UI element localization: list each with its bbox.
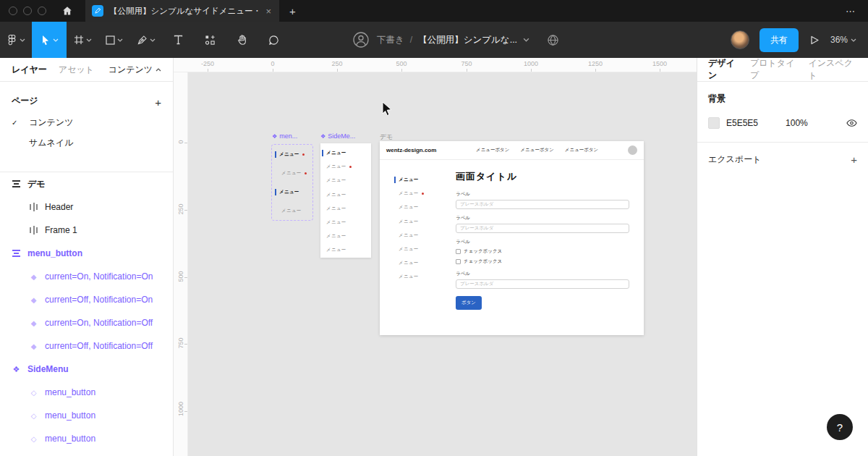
component-set-label[interactable]: ❖ men...: [272, 132, 297, 140]
page-item[interactable]: ✓コンテンツ: [0, 112, 173, 132]
layer-row[interactable]: デモ: [0, 172, 173, 195]
vertical-ruler[interactable]: 02505007501000: [174, 72, 188, 456]
menu-item[interactable]: メニュー: [320, 174, 371, 187]
menu-item[interactable]: メニュー: [275, 206, 302, 216]
resources-tool-button[interactable]: [194, 22, 226, 58]
export-section-title: エクスポート: [708, 153, 761, 166]
help-button[interactable]: ?: [827, 414, 853, 440]
overflow-menu-icon[interactable]: ⋯: [846, 6, 856, 17]
menu-item[interactable]: メニュー: [393, 242, 424, 256]
frame-tool-button[interactable]: [67, 22, 98, 58]
tab-contents[interactable]: コンテンツ: [109, 64, 161, 76]
menu-item[interactable]: メニュー: [320, 188, 371, 202]
frame-rows-icon: [12, 180, 21, 189]
chevron-down-icon[interactable]: [523, 38, 529, 42]
document-tab[interactable]: 【公開用】シンプルなサイドメニュー・コ ×: [85, 0, 279, 22]
menu-item[interactable]: メニュー: [320, 216, 371, 229]
sidemenu-component-label[interactable]: ❖ SideMe...: [320, 132, 355, 140]
share-button[interactable]: 共有: [760, 28, 799, 52]
zoom-level-control[interactable]: 36%: [830, 35, 856, 45]
menu-item[interactable]: メニュー: [393, 270, 424, 284]
ruler-tick: [184, 277, 187, 278]
checkbox-label: チェックボックス: [464, 248, 502, 255]
tab-inspect[interactable]: インスペクト: [809, 57, 858, 82]
tab-close-icon[interactable]: ×: [264, 6, 273, 17]
menu-item[interactable]: メニュー: [275, 169, 307, 178]
properties-panel: デザイン プロトタイプ インスペクト 背景 E5E5E5 100% エクスポート…: [697, 58, 868, 456]
tab-layers[interactable]: レイヤー: [12, 64, 47, 76]
design-canvas[interactable]: -2500250500750100012501500 0250500750100…: [174, 58, 697, 456]
present-play-icon[interactable]: [809, 34, 820, 46]
layer-row[interactable]: menu_button: [0, 242, 173, 265]
ruler-tick-label: -250: [201, 60, 214, 67]
component-set-menu-button[interactable]: メニューメニューメニューメニュー: [271, 144, 313, 221]
layer-row[interactable]: Frame 1: [0, 219, 173, 242]
comment-tool-button[interactable]: [258, 22, 289, 58]
hand-tool-button[interactable]: [226, 22, 258, 58]
layer-row[interactable]: ◆current=On, Notification=On: [0, 265, 173, 288]
menu-item[interactable]: メニュー: [393, 256, 424, 270]
breadcrumb-project[interactable]: 下書き: [377, 34, 404, 46]
menu-item[interactable]: メニュー: [320, 146, 371, 160]
menu-item[interactable]: メニュー: [393, 215, 424, 229]
layer-row[interactable]: ◆current=Off, Notification=On: [0, 288, 173, 311]
tab-prototype[interactable]: プロトタイプ: [750, 57, 799, 82]
layer-row[interactable]: ❖SideMenu: [0, 358, 173, 381]
menu-item[interactable]: メニュー: [393, 187, 424, 200]
text-tool-button[interactable]: [162, 22, 194, 58]
menu-item-label: メニュー: [326, 177, 346, 184]
current-indicator-bar: [275, 189, 276, 195]
menu-item[interactable]: メニュー: [393, 229, 424, 242]
ruler-tick-label: 1500: [652, 60, 667, 67]
new-tab-button[interactable]: +: [289, 5, 296, 17]
breadcrumb[interactable]: 下書き / 【公開用】シンプルな...: [377, 34, 529, 46]
shape-tool-button[interactable]: [98, 22, 130, 58]
color-hex-value[interactable]: E5E5E5: [726, 118, 758, 128]
demo-frame[interactable]: wentz-design.com メニューボタンメニューボタンメニューボタン メ…: [380, 141, 644, 335]
tab-design[interactable]: デザイン: [708, 57, 741, 82]
user-avatar[interactable]: [731, 30, 749, 49]
opacity-value[interactable]: 100%: [786, 118, 808, 128]
sidemenu-component[interactable]: メニューメニューメニューメニューメニューメニューメニューメニュー: [320, 143, 371, 258]
layer-row[interactable]: ◇menu_button: [0, 381, 173, 404]
color-swatch[interactable]: [708, 117, 720, 129]
main-menu-button[interactable]: [0, 22, 32, 58]
move-tool-button[interactable]: [32, 22, 67, 58]
home-icon[interactable]: [56, 6, 78, 16]
tab-assets[interactable]: アセット: [59, 64, 94, 76]
breadcrumb-file-name[interactable]: 【公開用】シンプルな...: [418, 34, 517, 46]
add-export-button[interactable]: +: [851, 156, 857, 164]
right-panel-tabs: デザイン プロトタイプ インスペクト: [697, 58, 868, 82]
window-close-button[interactable]: [9, 7, 17, 15]
visibility-toggle[interactable]: [846, 119, 857, 127]
layer-label: current=Off, Notification=On: [45, 295, 153, 305]
menu-item[interactable]: メニュー: [320, 229, 371, 243]
pen-tool-button[interactable]: [130, 22, 162, 58]
layer-row[interactable]: ◆current=On, Notification=Off: [0, 311, 173, 334]
layers-list: デモHeaderFrame 1menu_button◆current=On, N…: [0, 172, 173, 450]
globe-icon[interactable]: [547, 34, 559, 46]
menu-item[interactable]: メニュー: [320, 160, 371, 174]
menu-item-label: メニュー: [399, 177, 419, 183]
menu-item[interactable]: メニュー: [320, 202, 371, 216]
export-section: エクスポート +: [697, 143, 868, 177]
variant-diamond-icon: ◆: [29, 295, 38, 305]
chevron-down-icon: [150, 38, 156, 42]
menu-item[interactable]: メニュー: [393, 200, 424, 214]
page-item[interactable]: サムネイル: [0, 132, 173, 153]
add-page-button[interactable]: +: [155, 98, 161, 107]
layer-row[interactable]: ◇menu_button: [0, 404, 173, 427]
window-maximize-button[interactable]: [38, 7, 46, 15]
menu-item[interactable]: メニュー: [275, 187, 299, 197]
horizontal-ruler[interactable]: -2500250500750100012501500: [174, 58, 697, 72]
layer-row[interactable]: ◇menu_button: [0, 427, 173, 450]
layer-label: SideMenu: [27, 364, 69, 374]
menu-item[interactable]: メニュー: [320, 243, 371, 257]
menu-item[interactable]: メニュー: [393, 173, 424, 187]
menu-item[interactable]: メニュー: [275, 150, 305, 159]
window-minimize-button[interactable]: [23, 7, 32, 15]
background-section: 背景 E5E5E5 100%: [697, 82, 868, 143]
instance-diamond-icon: ◇: [29, 411, 38, 421]
layer-row[interactable]: Header: [0, 195, 173, 219]
layer-row[interactable]: ◆current=Off, Notification=Off: [0, 334, 173, 358]
